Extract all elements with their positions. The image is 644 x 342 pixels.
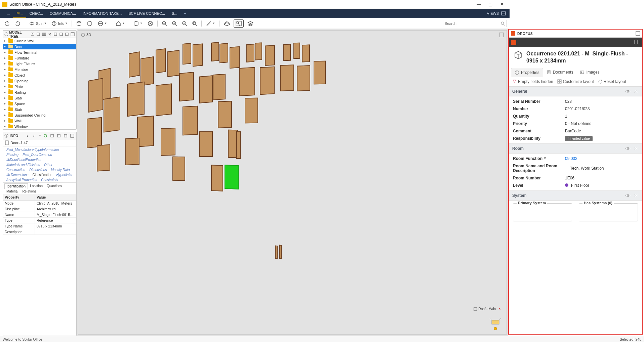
redo-button[interactable]	[13, 19, 22, 28]
search-icon	[500, 21, 505, 26]
menu-item-checking[interactable]: CHEC...	[26, 9, 46, 18]
home-button[interactable]: ▼	[114, 19, 126, 28]
tree-item-railing[interactable]: ▸Railing	[3, 89, 76, 95]
svg-marker-11	[134, 21, 138, 26]
tree-btn-7[interactable]	[65, 32, 69, 37]
prop-name: Type	[3, 218, 35, 223]
info-subtab-location[interactable]: Location	[28, 183, 45, 189]
info-tab-pset-manufacturertypeinformation[interactable]: Pset_ManufacturerTypeInformation	[4, 147, 61, 152]
zoom-window-button[interactable]	[191, 19, 199, 28]
info-object-row: Door.-1.47	[3, 139, 76, 146]
info-tab-analytical-properties[interactable]: Analytical Properties	[4, 177, 39, 182]
tree-item-stair[interactable]: ▸Stair	[3, 106, 76, 112]
info-tab-dimensions[interactable]: Dimensions	[27, 167, 49, 172]
section-system-header[interactable]: System	[509, 190, 510, 201]
tree-btn-6[interactable]	[59, 32, 64, 37]
menu-item-bcf[interactable]: BCF LIVE CONNEC...	[125, 9, 168, 18]
tree-item-curtain-wall[interactable]: ▸Curtain Wall	[3, 38, 76, 44]
close-button[interactable]: ✕	[496, 0, 508, 8]
prop-value: Clinic_A_2018_Meters	[35, 201, 76, 206]
svg-rect-0	[501, 12, 506, 15]
separator	[111, 20, 111, 27]
info-subtab-material[interactable]: Material	[4, 189, 21, 194]
info-maximize[interactable]	[70, 133, 75, 138]
zoom-in-button[interactable]	[170, 19, 178, 28]
info-tab-phasing[interactable]: Phasing	[4, 152, 21, 157]
tree-item-member[interactable]: ▸Member	[3, 67, 76, 72]
info-btn-d[interactable]	[63, 133, 68, 138]
info-subtab-relations[interactable]: Relations	[21, 189, 39, 194]
menu-item-s[interactable]: S...	[168, 9, 181, 18]
panel-maximize[interactable]	[71, 32, 75, 37]
minimize-button[interactable]: —	[473, 0, 485, 8]
layers-button[interactable]	[246, 19, 255, 28]
undo-button[interactable]	[3, 19, 11, 28]
info-btn-c[interactable]	[56, 133, 62, 138]
section-button[interactable]	[222, 19, 232, 28]
spin-button[interactable]: Spin ▼	[28, 19, 48, 28]
tree-item-window[interactable]: ▸Window	[3, 124, 76, 129]
viewport-maximize[interactable]	[499, 33, 504, 37]
info-tab-construction[interactable]: Construction	[4, 167, 27, 172]
tree-item-space[interactable]: ▸Space	[3, 101, 76, 106]
info-subtab-identification[interactable]: Identification	[4, 183, 28, 189]
tree-btn-4[interactable]	[48, 32, 52, 37]
cube-button-2[interactable]	[85, 19, 94, 28]
info-tab-constraints[interactable]: Constraints	[39, 177, 60, 182]
info-tab-other[interactable]: Other	[42, 162, 54, 167]
toolbar: Spin ▼ Info ▼ ▼ ▼ ▼ ▼	[0, 18, 510, 29]
svg-rect-35	[42, 33, 44, 36]
tree-item-plate[interactable]: ▸Plate	[3, 84, 76, 89]
info-next[interactable]: ›	[31, 133, 37, 138]
maximize-button[interactable]: ▢	[485, 0, 496, 8]
cube-button-1[interactable]	[75, 19, 83, 28]
tree-item-slab[interactable]: ▸Slab	[3, 95, 76, 101]
info-subtab-quantities[interactable]: Quantities	[45, 183, 64, 189]
tree-item-object[interactable]: ▸Object	[3, 72, 76, 78]
info-prev[interactable]: ‹	[25, 133, 30, 138]
selected-door	[225, 165, 239, 189]
wireframe-button[interactable]	[146, 19, 155, 28]
info-tab-classification[interactable]: Classification	[31, 172, 54, 177]
tree-item-opening[interactable]: ▸Opening	[3, 78, 76, 84]
tree-btn-5[interactable]	[53, 32, 58, 37]
info-tab-pset-doorcommon[interactable]: Pset_DoorCommon	[21, 152, 54, 157]
svg-marker-49	[81, 33, 85, 37]
zoom-extents-button[interactable]	[160, 19, 168, 28]
measure-button[interactable]: ▼	[204, 19, 216, 28]
tree-btn-2[interactable]	[36, 32, 41, 37]
tree-item-suspended-ceiling[interactable]: ▸Suspended Ceiling	[3, 112, 76, 118]
tree-item-wall[interactable]: ▸Wall	[3, 118, 76, 124]
view-cube-button[interactable]: ▼	[132, 19, 144, 28]
menu-item-info-takeoff[interactable]: INFORMATION TAKE...	[79, 9, 125, 18]
menu-item-communication[interactable]: COMMUNICA...	[46, 9, 79, 18]
section-room-header[interactable]: Room	[509, 143, 510, 154]
info-btn-b[interactable]	[49, 133, 55, 138]
tree-btn-3[interactable]	[42, 32, 46, 37]
info-button[interactable]: Info ▼	[50, 19, 69, 28]
tree-item-door[interactable]: ▸Door	[3, 44, 76, 49]
3d-viewport[interactable]: 3D	[78, 30, 507, 270]
menu-item-ellipsis[interactable]: ...	[3, 9, 13, 18]
zoom-out-button[interactable]	[180, 19, 189, 28]
tree-item-light-fixture[interactable]: ▸Light Fixture	[3, 61, 76, 67]
menu-item-model[interactable]: M...	[13, 9, 26, 18]
info-tab-materials-and-finishes[interactable]: Materials and Finishes	[4, 162, 42, 167]
tree-btn-1[interactable]	[31, 32, 35, 37]
markup-button[interactable]	[234, 19, 244, 28]
info-tab-ifc-dimensions[interactable]: Ifc Dimensions	[4, 172, 31, 177]
info-tab-ifcdoorpanelproperties[interactable]: IfcDoorPanelProperties	[4, 157, 43, 162]
info-tab-identity-data[interactable]: Identity Data	[49, 167, 72, 172]
svg-rect-44	[51, 134, 53, 137]
tree-item-flow-terminal[interactable]: ▸Flow Terminal	[3, 49, 76, 55]
search-box[interactable]	[443, 20, 507, 27]
menu-add-tab[interactable]: +	[181, 11, 190, 15]
tree-item-furniture[interactable]: ▸Furniture	[3, 55, 76, 61]
section-general-header[interactable]: General	[509, 86, 510, 96]
info-btn-a[interactable]	[43, 133, 48, 138]
search-input[interactable]	[445, 22, 500, 26]
svg-line-27	[196, 25, 197, 26]
info-tab-hyperlinks[interactable]: Hyperlinks	[54, 172, 74, 177]
cube-button-3[interactable]: ▼	[96, 19, 108, 28]
views-button[interactable]: VIEWS	[487, 11, 506, 16]
